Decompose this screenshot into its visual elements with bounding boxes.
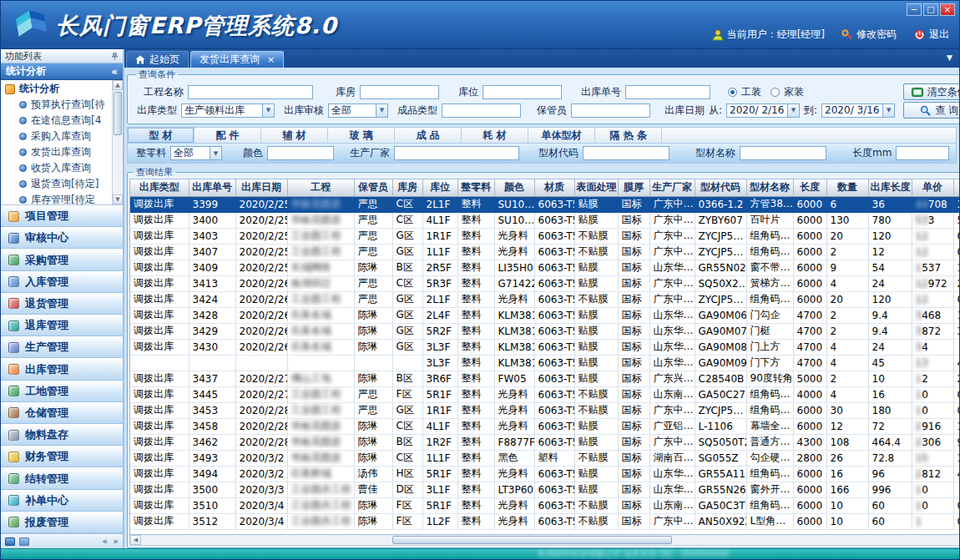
outbound-type-select[interactable]: 生产领料出库▼ — [181, 103, 275, 118]
table-row[interactable]: 调拨出库34622020/2/28华南花园原陈琳B区1R2F整料F8877FT6… — [130, 434, 960, 450]
column-header[interactable]: 金额 — [953, 179, 960, 196]
sidebar-section-statistics[interactable]: 统计分析 « — [1, 63, 123, 80]
column-header[interactable]: 保管员 — [354, 179, 392, 196]
sidebar-item-project[interactable]: 项目管理 — [1, 205, 123, 227]
table-row[interactable]: 调拨出库34932020/3/2华南花园原陈琳C区1L1F整料黑色塑料不贴膜国标… — [130, 450, 960, 466]
pin-icon[interactable] — [111, 52, 119, 61]
hscroll-thumb[interactable] — [392, 536, 672, 544]
radio-jiazhuang[interactable] — [771, 88, 780, 97]
column-header[interactable]: 出库单号 — [189, 179, 235, 196]
table-row[interactable]: 调拨出库34582020/2/28华南花园原陈琳C区4L1F整料光身料6063-… — [130, 418, 960, 434]
sidebar-item-finance[interactable]: 财务管理 — [1, 446, 123, 467]
tab-start-page[interactable]: 起始页 — [126, 51, 189, 68]
table-row[interactable]: 调拨出库34032020/2/25工业园工程严思G区1R1F整料光身料6063-… — [130, 228, 960, 244]
table-row[interactable]: 调拨出库34282020/2/26石美名城陈琳G区2L4F整料KLM381760… — [130, 307, 960, 323]
material-tab-7[interactable]: 隔 热 条 — [595, 128, 662, 143]
date-to-picker[interactable]: 2020/ 3/16▼ — [821, 103, 895, 118]
table-row[interactable]: 调拨出库34092020/2/25长城网络陈琳B区2R5F整料LI35H0606… — [130, 260, 960, 275]
table-row[interactable]: 调拨出库34452020/2/27工业园工程严思F区5R1F整料光身料6063-… — [130, 386, 960, 402]
column-header[interactable]: 出库类型 — [130, 179, 189, 196]
table-row[interactable]: 调拨出库34302020/2/26石美名城陈琳G区3L3F整料KLM381760… — [130, 339, 960, 355]
scroll-down-icon[interactable]: ▼ — [113, 194, 123, 204]
clear-conditions-button[interactable]: 清空条件 — [903, 83, 960, 100]
table-row[interactable]: 调拨出库35102020/3/4工业园共工程陈琳F区5R1F整料光身料6063-… — [130, 497, 960, 513]
table-row[interactable]: 调拨出库34942020/3/2石美辉城汤伟H区5R1F整料光身料6063-T5… — [130, 466, 960, 482]
column-header[interactable]: 出库长度 — [868, 179, 912, 196]
column-header[interactable]: 单价 — [912, 179, 953, 196]
column-header[interactable]: 膜厚 — [618, 179, 649, 196]
sidebar-item-inventory[interactable]: 物料盘存 — [1, 424, 123, 446]
sidebar-item-inbound[interactable]: 入库管理 — [1, 271, 123, 293]
table-row[interactable]: 调拨出库34072020/2/25工业园工程严思G区1L1F整料光身料6063-… — [130, 244, 960, 260]
scroll-left-icon[interactable]: ◀ — [130, 535, 141, 545]
monitor-icon[interactable] — [5, 537, 15, 546]
material-tab-5[interactable]: 耗 材 — [462, 128, 528, 143]
product-type-input[interactable] — [442, 103, 521, 118]
material-tab-3[interactable]: 玻 璃 — [328, 128, 395, 143]
panel-next-button[interactable]: » — [113, 536, 119, 547]
date-from-picker[interactable]: 2020/ 2/16▼ — [726, 103, 800, 118]
table-row[interactable]: 调拨出库35122020/3/4工业园共工程陈琳F区1L2F整料光身料6063-… — [130, 513, 960, 529]
column-header[interactable]: 库位 — [422, 179, 457, 196]
column-header[interactable]: 表面处理 — [574, 179, 618, 196]
column-header[interactable]: 出库日期 — [235, 179, 287, 196]
change-password-button[interactable]: 修改密码 — [841, 28, 897, 42]
length-input[interactable] — [896, 146, 949, 160]
profile-code-input[interactable] — [583, 146, 669, 160]
sidebar-item-audit[interactable]: 审核中心 — [1, 227, 123, 249]
search-button[interactable]: 查 询 — [903, 102, 960, 119]
radio-gongzhuang[interactable] — [728, 88, 737, 97]
tree-item[interactable]: 发货出库查询 — [1, 144, 112, 160]
manufacturer-input[interactable] — [394, 146, 519, 160]
tree-item[interactable]: 库存管理[待定 — [1, 192, 112, 205]
tree-root-statistics[interactable]: 统计分析 — [1, 81, 112, 97]
column-header[interactable]: 型材名称 — [746, 179, 793, 196]
tree-scrollbar[interactable]: ▲ ▼ — [112, 80, 123, 204]
table-row[interactable]: 3L3F整料KLM38176063-T5贴膜国标山东华…GA90M09…门下方4… — [130, 355, 960, 371]
tree-scroll-thumb[interactable] — [114, 92, 122, 135]
minimize-button[interactable]: ─ — [907, 3, 922, 16]
table-row[interactable]: 调拨出库34242020/2/26工业园工程严思G区2L1F整料光身料6063-… — [130, 291, 960, 307]
table-row[interactable]: 调拨出库34292020/2/26石美名城陈琳G区5R2F整料KLM381760… — [130, 323, 960, 339]
project-name-input[interactable] — [188, 85, 313, 99]
tab-close-icon[interactable]: × — [267, 55, 275, 64]
horizontal-scrollbar[interactable]: ◀ ▶ — [129, 535, 960, 546]
sidebar-item-outbound[interactable]: 出库管理 — [1, 358, 123, 380]
material-tab-6[interactable]: 单体型材 — [528, 128, 595, 143]
column-header[interactable]: 库房 — [392, 179, 422, 196]
material-tab-2[interactable]: 辅 材 — [261, 128, 328, 143]
sidebar-item-production[interactable]: 生产管理 — [1, 336, 123, 358]
sidebar-item-site[interactable]: 工地管理 — [1, 381, 123, 402]
material-tab-4[interactable]: 成 品 — [395, 128, 462, 143]
column-header[interactable]: 颜色 — [494, 179, 534, 196]
material-tab-0[interactable]: 型 材 — [128, 128, 195, 143]
column-header[interactable]: 整零料 — [457, 179, 494, 196]
sidebar-item-warehouse[interactable]: 仓储管理 — [1, 402, 123, 424]
whole-scrap-select[interactable]: 全部▼ — [170, 146, 222, 160]
table-row[interactable]: 调拨出库35002020/3/3工业园共工程曹佳D区3L1F整料LT3P6060… — [130, 482, 960, 497]
outbound-audit-select[interactable]: 全部▼ — [328, 103, 388, 118]
location-input[interactable] — [483, 85, 562, 99]
table-row[interactable]: 调拨出库34132020/2/26南湖回迁严思C区5R3F整料G71422606… — [130, 275, 960, 291]
outbound-no-input[interactable] — [625, 85, 710, 99]
tree-item[interactable]: 收货入库查询 — [1, 160, 112, 176]
collapse-left-icon[interactable]: « — [111, 66, 118, 78]
keeper-input[interactable] — [571, 103, 650, 118]
column-header[interactable]: 数量 — [826, 179, 868, 196]
sidebar-item-carryover[interactable]: 结转管理 — [1, 467, 123, 489]
profile-name-input[interactable] — [740, 146, 826, 160]
scroll-up-icon[interactable]: ▲ — [113, 80, 123, 90]
table-row[interactable]: 调拨出库34002020/2/25华南花园原严思C区4L1F整料SU10…606… — [130, 212, 960, 228]
column-header[interactable]: 生产厂家 — [649, 179, 695, 196]
table-row[interactable]: 调拨出库34372020/2/27佛山工地陈琳B区3R6F整料FW056063-… — [130, 371, 960, 386]
sidebar-item-purchase[interactable]: 采购管理 — [1, 249, 123, 270]
column-header[interactable]: 工程 — [287, 179, 354, 196]
monitor-icon-2[interactable] — [19, 537, 29, 546]
material-tab-1[interactable]: 配 件 — [195, 128, 261, 143]
logout-button[interactable]: 退出 — [913, 28, 949, 42]
color-input[interactable] — [267, 146, 334, 160]
tree-item[interactable]: 在途信息查询[4 — [1, 113, 112, 129]
tree-item[interactable]: 预算执行查询[待 — [1, 97, 112, 113]
sidebar-item-return-store[interactable]: 退库管理 — [1, 315, 123, 336]
tree-item[interactable]: 采购入库查询 — [1, 129, 112, 144]
